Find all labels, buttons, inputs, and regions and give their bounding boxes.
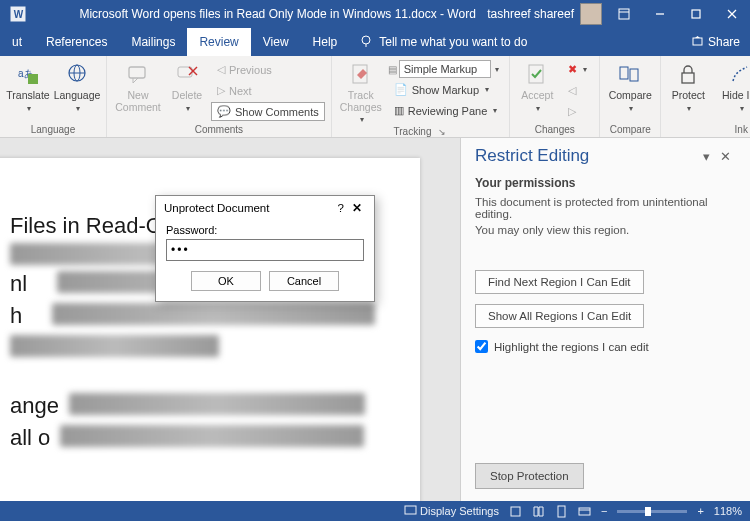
next-icon: ▷: [568, 105, 576, 118]
chevron-down-icon: ▾: [186, 104, 190, 113]
zoom-in-button[interactable]: +: [697, 505, 703, 517]
language-group-label: Language: [6, 124, 100, 135]
chevron-down-icon: ▾: [536, 104, 540, 113]
chevron-down-icon: ▾: [629, 104, 633, 113]
next-comment-button[interactable]: ▷Next: [211, 81, 325, 100]
ink-group-label: Ink: [721, 124, 750, 135]
share-button[interactable]: Share: [681, 28, 750, 56]
document-title: Microsoft Word opens files in Read Only …: [28, 7, 487, 21]
compare-group-label: Compare: [606, 124, 654, 135]
lock-icon: [675, 62, 701, 88]
reviewing-pane-button[interactable]: ▥Reviewing Pane▾: [388, 101, 504, 120]
highlight-checkbox[interactable]: [475, 340, 488, 353]
blurred-text: [60, 425, 364, 447]
tracking-dialog-launcher[interactable]: ↘: [436, 127, 448, 137]
previous-icon: ◁: [568, 84, 576, 97]
chevron-down-icon: ▾: [360, 115, 364, 124]
zoom-slider[interactable]: [617, 510, 687, 513]
svg-point-8: [362, 36, 370, 44]
translate-label: Translate: [6, 90, 49, 102]
language-icon: [64, 62, 90, 88]
chevron-down-icon: ▾: [687, 104, 691, 113]
show-all-regions-button[interactable]: Show All Regions I Can Edit: [475, 304, 644, 328]
tell-me[interactable]: Tell me what you want to do: [349, 28, 537, 56]
highlight-checkbox-label[interactable]: Highlight the regions I can edit: [475, 340, 736, 353]
previous-comment-button[interactable]: ◁Previous: [211, 60, 325, 79]
tab-layout-partial[interactable]: ut: [0, 28, 34, 56]
maximize-button[interactable]: [678, 0, 714, 28]
minimize-button[interactable]: [642, 0, 678, 28]
user-avatar[interactable]: [580, 3, 602, 25]
stop-protection-button[interactable]: Stop Protection: [475, 463, 584, 489]
protect-button[interactable]: Protect ▾: [667, 60, 709, 113]
dialog-help[interactable]: ?: [334, 202, 348, 214]
delete-label: Delete: [172, 90, 202, 102]
tab-references[interactable]: References: [34, 28, 119, 56]
svg-rect-25: [405, 506, 416, 514]
pane-close[interactable]: ✕: [715, 149, 736, 164]
close-button[interactable]: [714, 0, 750, 28]
new-comment-button[interactable]: New Comment: [113, 60, 163, 113]
group-compare: Compare ▾ Compare: [600, 56, 661, 137]
chevron-down-icon: ▾: [485, 85, 489, 94]
reviewing-pane-label: Reviewing Pane: [408, 105, 488, 117]
reject-button[interactable]: ✖▾: [562, 60, 593, 79]
changes-group-label: Changes: [516, 124, 593, 135]
markup-picker-icon: ▤: [388, 64, 397, 75]
next-change-button[interactable]: ▷: [562, 102, 593, 121]
group-ink: Hide Ink ▾ Ink: [715, 56, 750, 137]
tab-review[interactable]: Review: [187, 28, 250, 56]
chevron-down-icon[interactable]: ▾: [495, 65, 499, 74]
translate-button[interactable]: aあ Translate ▾: [6, 60, 50, 113]
track-changes-button[interactable]: Track Changes ▾: [338, 60, 384, 124]
chevron-down-icon: ▾: [27, 104, 31, 113]
compare-icon: [617, 62, 643, 88]
hide-ink-button[interactable]: Hide Ink ▾: [721, 60, 750, 113]
accept-button[interactable]: Accept ▾: [516, 60, 558, 113]
zoom-thumb[interactable]: [645, 507, 651, 516]
print-layout-button[interactable]: [555, 505, 568, 518]
user-area[interactable]: tashreef shareef: [487, 3, 606, 25]
display-settings-button[interactable]: Display Settings: [404, 504, 499, 519]
tracking-group-label: Tracking: [394, 126, 432, 137]
previous-label: Previous: [229, 64, 272, 76]
tab-help[interactable]: Help: [301, 28, 350, 56]
markup-select[interactable]: Simple Markup: [399, 60, 491, 78]
svg-rect-21: [529, 65, 543, 83]
group-protect: Protect ▾: [661, 56, 715, 137]
web-layout-button[interactable]: [578, 505, 591, 518]
tab-view[interactable]: View: [251, 28, 301, 56]
ok-button[interactable]: OK: [191, 271, 261, 291]
document-area[interactable]: Files in Read-Onl0 nl h ange all o: [0, 138, 460, 501]
previous-change-button[interactable]: ◁: [562, 81, 593, 100]
username: tashreef shareef: [487, 7, 574, 21]
cancel-button[interactable]: Cancel: [269, 271, 339, 291]
show-markup-button[interactable]: 📄Show Markup▾: [388, 80, 504, 99]
ribbon-display-options[interactable]: [606, 0, 642, 28]
svg-rect-12: [28, 74, 38, 84]
pane-title: Restrict Editing: [475, 146, 698, 166]
group-language: aあ Translate ▾ Language ▾ Language: [0, 56, 107, 137]
show-comments-button[interactable]: 💬Show Comments: [211, 102, 325, 121]
pane-dropdown[interactable]: ▾: [698, 149, 715, 164]
tab-mailings[interactable]: Mailings: [119, 28, 187, 56]
protect-label: Protect: [672, 90, 705, 102]
password-input[interactable]: [166, 239, 364, 261]
protect-group-label: [667, 124, 709, 135]
zoom-out-button[interactable]: −: [601, 505, 607, 517]
show-comments-label: Show Comments: [235, 106, 319, 118]
focus-mode-button[interactable]: [509, 505, 522, 518]
doc-text: nl: [10, 271, 27, 299]
find-next-region-button[interactable]: Find Next Region I Can Edit: [475, 270, 644, 294]
read-mode-button[interactable]: [532, 505, 545, 518]
share-label: Share: [708, 35, 740, 49]
svg-rect-2: [619, 9, 629, 19]
blurred-text: [69, 393, 365, 415]
display-settings-label: Display Settings: [420, 505, 499, 517]
delete-comment-button[interactable]: Delete ▾: [167, 60, 207, 113]
accept-icon: [524, 62, 550, 88]
compare-button[interactable]: Compare ▾: [606, 60, 654, 113]
language-button[interactable]: Language ▾: [54, 60, 100, 113]
dialog-close[interactable]: ✕: [348, 201, 366, 215]
zoom-level[interactable]: 118%: [714, 505, 742, 517]
